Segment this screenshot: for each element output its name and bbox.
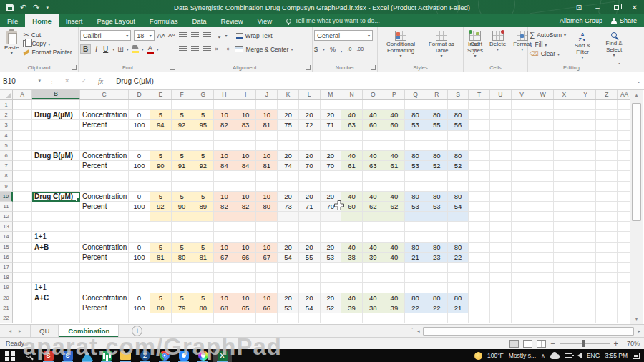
cell-R7[interactable]: 52 xyxy=(426,161,448,171)
cell-P3[interactable]: 60 xyxy=(384,120,406,130)
cell-J8[interactable] xyxy=(256,171,278,181)
fill-color-icon[interactable] xyxy=(132,45,139,53)
cell-A6[interactable] xyxy=(13,151,32,161)
cell-Y1[interactable] xyxy=(575,100,597,110)
copy-button[interactable]: Copy ▾ xyxy=(23,40,72,47)
cell-D13[interactable] xyxy=(129,222,150,232)
cell-T15[interactable] xyxy=(469,243,490,253)
cell-L5[interactable] xyxy=(299,141,321,151)
cell-D9[interactable] xyxy=(129,182,150,192)
cell-Q7[interactable]: 53 xyxy=(405,161,426,171)
cell-S9[interactable] xyxy=(448,182,469,192)
row-header-18[interactable]: 18 xyxy=(0,273,13,283)
cell-P18[interactable] xyxy=(384,273,406,283)
column-header-F[interactable]: F xyxy=(172,90,193,99)
cell-A12[interactable] xyxy=(13,212,32,222)
cell-T22[interactable] xyxy=(469,313,490,323)
row-header-10[interactable]: 10 xyxy=(0,192,13,202)
cell-V14[interactable] xyxy=(512,232,533,242)
cell-G8[interactable] xyxy=(192,171,214,181)
cell-N1[interactable] xyxy=(341,100,363,110)
row-header-6[interactable]: 6 xyxy=(0,151,13,161)
cell-P5[interactable] xyxy=(384,141,406,151)
cell-Q13[interactable] xyxy=(405,222,426,232)
cell-G21[interactable]: 80 xyxy=(192,303,214,313)
cell-J4[interactable] xyxy=(256,131,278,141)
cell-N7[interactable]: 61 xyxy=(341,161,363,171)
cell-A18[interactable] xyxy=(13,273,32,283)
minimize-icon[interactable]: – xyxy=(588,0,607,14)
cell-N16[interactable]: 38 xyxy=(341,253,363,263)
cell-T21[interactable] xyxy=(469,303,490,313)
cell-AA20[interactable] xyxy=(618,293,630,303)
cell-M6[interactable]: 20 xyxy=(321,151,342,161)
cell-E4[interactable] xyxy=(150,131,172,141)
decrease-indent-icon[interactable]: ⇤ xyxy=(215,46,220,52)
cell-M18[interactable] xyxy=(321,273,342,283)
cell-F8[interactable] xyxy=(172,171,193,181)
cell-AA13[interactable] xyxy=(618,222,630,232)
format-as-table-button[interactable]: Format as Table▾ xyxy=(424,29,459,63)
cut-button[interactable]: ✂Cut xyxy=(23,31,72,39)
cell-M13[interactable] xyxy=(321,222,342,232)
cell-I12[interactable] xyxy=(235,212,257,222)
cell-W17[interactable] xyxy=(532,263,554,273)
cell-I14[interactable] xyxy=(235,232,257,242)
cell-K5[interactable] xyxy=(278,141,299,151)
cell-I13[interactable] xyxy=(235,222,257,232)
cell-V15[interactable] xyxy=(512,243,533,253)
cell-Y10[interactable] xyxy=(575,192,597,202)
cell-AA21[interactable] xyxy=(618,303,630,313)
cell-Q17[interactable] xyxy=(405,263,426,273)
cell-O12[interactable] xyxy=(363,212,384,222)
cell-O17[interactable] xyxy=(363,263,384,273)
cell-A20[interactable] xyxy=(13,293,32,303)
cell-R4[interactable] xyxy=(426,131,448,141)
cell-N14[interactable] xyxy=(341,232,363,242)
cell-J16[interactable]: 67 xyxy=(256,253,278,263)
cell-K20[interactable]: 20 xyxy=(278,293,299,303)
decrease-decimal-icon[interactable]: .00 xyxy=(356,47,364,52)
cell-L11[interactable]: 71 xyxy=(299,202,321,212)
cell-AA22[interactable] xyxy=(618,313,630,323)
cell-U12[interactable] xyxy=(490,212,512,222)
cell-U6[interactable] xyxy=(490,151,512,161)
cell-O16[interactable]: 39 xyxy=(363,253,384,263)
cell-I22[interactable] xyxy=(235,313,257,323)
cell-Y3[interactable] xyxy=(575,120,597,130)
cell-C6[interactable]: Concentration xyxy=(80,151,129,161)
cell-D11[interactable]: 100 xyxy=(129,202,150,212)
cell-C12[interactable] xyxy=(80,212,129,222)
cell-T12[interactable] xyxy=(469,212,490,222)
cell-AA8[interactable] xyxy=(618,171,630,181)
cell-I16[interactable]: 66 xyxy=(235,253,257,263)
cell-L9[interactable] xyxy=(299,182,321,192)
cell-AA2[interactable] xyxy=(618,110,630,120)
row-header-8[interactable]: 8 xyxy=(0,171,13,181)
ribbon-tab-formulas[interactable]: Formulas xyxy=(142,14,185,27)
row-header-7[interactable]: 7 xyxy=(0,161,13,171)
cell-D22[interactable] xyxy=(129,313,150,323)
row-header-13[interactable]: 13 xyxy=(0,222,13,232)
cell-E6[interactable]: 5 xyxy=(150,151,172,161)
cell-X19[interactable] xyxy=(554,283,575,293)
cell-Z17[interactable] xyxy=(596,263,618,273)
cell-B10[interactable]: Drug C(µM) xyxy=(32,192,80,202)
cell-R19[interactable] xyxy=(426,283,448,293)
cell-R16[interactable]: 23 xyxy=(426,253,448,263)
cell-B5[interactable] xyxy=(32,141,80,151)
cell-B1[interactable] xyxy=(32,100,80,110)
cell-V21[interactable] xyxy=(512,303,533,313)
cell-E7[interactable]: 90 xyxy=(150,161,172,171)
cell-S13[interactable] xyxy=(448,222,469,232)
format-painter-button[interactable]: Format Painter xyxy=(23,49,72,56)
cell-H2[interactable]: 10 xyxy=(214,110,235,120)
cell-O6[interactable]: 40 xyxy=(363,151,384,161)
cell-M20[interactable]: 20 xyxy=(321,293,342,303)
cell-A1[interactable] xyxy=(13,100,32,110)
row-header-19[interactable]: 19 xyxy=(0,283,13,293)
cell-W7[interactable] xyxy=(532,161,554,171)
weather-icon[interactable] xyxy=(474,352,482,360)
cell-R11[interactable]: 53 xyxy=(426,202,448,212)
cell-P11[interactable]: 62 xyxy=(384,202,406,212)
